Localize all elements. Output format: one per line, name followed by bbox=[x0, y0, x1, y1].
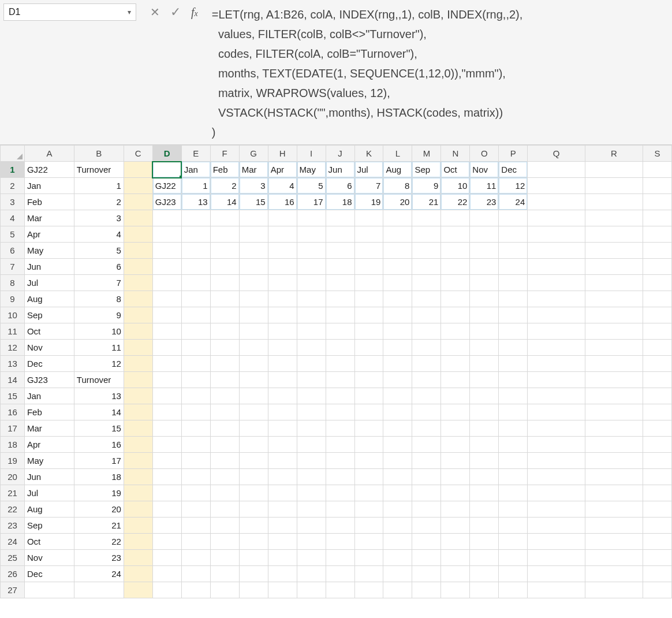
cell-C26[interactable] bbox=[124, 566, 152, 582]
cell-E27[interactable] bbox=[181, 582, 210, 598]
cell-A5[interactable]: Apr bbox=[24, 226, 74, 243]
cell-B12[interactable]: 11 bbox=[74, 340, 124, 356]
cell-E18[interactable] bbox=[181, 437, 210, 453]
cell-I12[interactable] bbox=[297, 340, 326, 356]
cell-M21[interactable] bbox=[412, 485, 441, 501]
cell-F16[interactable] bbox=[210, 404, 239, 420]
cell-K4[interactable] bbox=[354, 210, 383, 226]
cell-E12[interactable] bbox=[181, 340, 210, 356]
cell-B11[interactable]: 10 bbox=[74, 323, 124, 340]
cell-Q24[interactable] bbox=[528, 534, 585, 550]
cell-C12[interactable] bbox=[124, 340, 152, 356]
cell-J9[interactable] bbox=[326, 291, 354, 307]
cell-O10[interactable] bbox=[470, 307, 499, 323]
cell-L14[interactable] bbox=[383, 372, 412, 388]
cell-M20[interactable] bbox=[412, 469, 441, 485]
cell-K26[interactable] bbox=[354, 566, 383, 582]
cell-R24[interactable] bbox=[585, 534, 643, 550]
cell-I23[interactable] bbox=[297, 518, 326, 534]
cell-C11[interactable] bbox=[124, 323, 152, 340]
cell-K9[interactable] bbox=[354, 291, 383, 307]
cell-K11[interactable] bbox=[354, 323, 383, 340]
cell-Q22[interactable] bbox=[528, 501, 585, 518]
cell-O1[interactable]: Nov bbox=[470, 162, 499, 178]
cell-H23[interactable] bbox=[268, 518, 297, 534]
col-header-E[interactable]: E bbox=[181, 146, 210, 162]
row-header-18[interactable]: 18 bbox=[1, 437, 25, 453]
cell-R1[interactable] bbox=[585, 162, 643, 178]
cell-K6[interactable] bbox=[354, 243, 383, 259]
cell-Q14[interactable] bbox=[528, 372, 585, 388]
fx-icon[interactable]: fx bbox=[191, 6, 198, 19]
cell-L9[interactable] bbox=[383, 291, 412, 307]
cell-I11[interactable] bbox=[297, 323, 326, 340]
cell-H20[interactable] bbox=[268, 469, 297, 485]
cell-F22[interactable] bbox=[210, 501, 239, 518]
cell-J27[interactable] bbox=[326, 582, 354, 598]
cell-E6[interactable] bbox=[181, 243, 210, 259]
cell-B27[interactable] bbox=[74, 582, 124, 598]
cell-F6[interactable] bbox=[210, 243, 239, 259]
row-header-3[interactable]: 3 bbox=[1, 194, 25, 210]
cell-M26[interactable] bbox=[412, 566, 441, 582]
cell-I3[interactable]: 17 bbox=[297, 194, 326, 210]
cell-K21[interactable] bbox=[354, 485, 383, 501]
cell-O17[interactable] bbox=[470, 420, 499, 437]
cell-E2[interactable]: 1 bbox=[181, 178, 210, 194]
cell-P13[interactable] bbox=[499, 356, 528, 372]
name-box[interactable]: D1 ▾ bbox=[3, 3, 136, 21]
cell-B25[interactable]: 23 bbox=[74, 550, 124, 566]
cell-O22[interactable] bbox=[470, 501, 499, 518]
cell-B4[interactable]: 3 bbox=[74, 210, 124, 226]
cell-M16[interactable] bbox=[412, 404, 441, 420]
cell-N1[interactable]: Oct bbox=[441, 162, 470, 178]
cell-G3[interactable]: 15 bbox=[239, 194, 268, 210]
cell-I27[interactable] bbox=[297, 582, 326, 598]
cell-G17[interactable] bbox=[239, 420, 268, 437]
cell-M10[interactable] bbox=[412, 307, 441, 323]
cell-R27[interactable] bbox=[585, 582, 643, 598]
cell-H9[interactable] bbox=[268, 291, 297, 307]
row-header-19[interactable]: 19 bbox=[1, 453, 25, 469]
cell-O19[interactable] bbox=[470, 453, 499, 469]
cell-F4[interactable] bbox=[210, 210, 239, 226]
cell-S21[interactable] bbox=[643, 485, 671, 501]
cell-O26[interactable] bbox=[470, 566, 499, 582]
cell-O25[interactable] bbox=[470, 550, 499, 566]
cell-G22[interactable] bbox=[239, 501, 268, 518]
cell-C22[interactable] bbox=[124, 501, 152, 518]
cell-O8[interactable] bbox=[470, 275, 499, 291]
col-header-H[interactable]: H bbox=[268, 146, 297, 162]
cell-N18[interactable] bbox=[441, 437, 470, 453]
cell-A16[interactable]: Feb bbox=[24, 404, 74, 420]
cell-I14[interactable] bbox=[297, 372, 326, 388]
row-header-17[interactable]: 17 bbox=[1, 420, 25, 437]
cell-N17[interactable] bbox=[441, 420, 470, 437]
cell-D23[interactable] bbox=[152, 518, 181, 534]
cell-K13[interactable] bbox=[354, 356, 383, 372]
row-header-10[interactable]: 10 bbox=[1, 307, 25, 323]
cell-N14[interactable] bbox=[441, 372, 470, 388]
cell-L15[interactable] bbox=[383, 388, 412, 404]
cell-F12[interactable] bbox=[210, 340, 239, 356]
cell-K14[interactable] bbox=[354, 372, 383, 388]
cell-H18[interactable] bbox=[268, 437, 297, 453]
cell-H25[interactable] bbox=[268, 550, 297, 566]
cell-R23[interactable] bbox=[585, 518, 643, 534]
cell-M23[interactable] bbox=[412, 518, 441, 534]
row-header-7[interactable]: 7 bbox=[1, 259, 25, 275]
cell-S17[interactable] bbox=[643, 420, 671, 437]
row-header-13[interactable]: 13 bbox=[1, 356, 25, 372]
cell-O3[interactable]: 23 bbox=[470, 194, 499, 210]
cell-K5[interactable] bbox=[354, 226, 383, 243]
row-header-23[interactable]: 23 bbox=[1, 518, 25, 534]
cell-E17[interactable] bbox=[181, 420, 210, 437]
cell-M1[interactable]: Sep bbox=[412, 162, 441, 178]
cell-R8[interactable] bbox=[585, 275, 643, 291]
cell-N25[interactable] bbox=[441, 550, 470, 566]
cell-K25[interactable] bbox=[354, 550, 383, 566]
cell-Q1[interactable] bbox=[528, 162, 585, 178]
cell-P3[interactable]: 24 bbox=[499, 194, 528, 210]
cell-B9[interactable]: 8 bbox=[74, 291, 124, 307]
cell-K2[interactable]: 7 bbox=[354, 178, 383, 194]
